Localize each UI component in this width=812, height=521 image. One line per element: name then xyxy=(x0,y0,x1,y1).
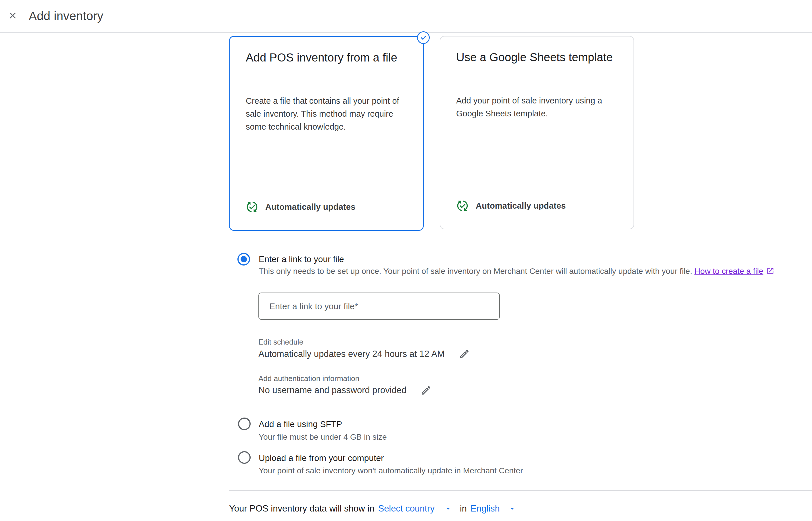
auto-update-row: Automatically updates xyxy=(456,199,566,212)
radio-upload-label[interactable]: Upload a file from your computer xyxy=(259,453,384,463)
country-selector-label[interactable]: Select country xyxy=(378,502,434,515)
language-selector-label[interactable]: English xyxy=(471,502,500,515)
close-icon xyxy=(8,10,18,20)
radio-sftp-label[interactable]: Add a file using SFTP xyxy=(259,419,342,429)
card-description: Create a file that contains all your poi… xyxy=(246,94,407,133)
card-description: Add your point of sale inventory using a… xyxy=(456,94,618,120)
schedule-row: Automatically updates every 24 hours at … xyxy=(258,348,470,360)
check-icon xyxy=(419,33,428,42)
enter-link-description-text: This only needs to be set up once. Your … xyxy=(259,267,692,276)
add-inventory-dialog: Add inventory Add POS inventory from a f… xyxy=(0,0,812,521)
enter-link-description: This only needs to be set up once. Your … xyxy=(259,266,774,277)
schedule-value: Automatically updates every 24 hours at … xyxy=(258,348,445,360)
upload-description: Your point of sale inventory won't autom… xyxy=(259,466,523,476)
footer-show-row: Your POS inventory data will show in Sel… xyxy=(229,502,517,515)
auto-update-sync-icon xyxy=(246,201,258,213)
language-selector[interactable]: English xyxy=(471,502,517,515)
card-google-sheets-template[interactable]: Use a Google Sheets template Add your po… xyxy=(440,36,634,229)
edit-auth-pencil-icon[interactable] xyxy=(420,385,432,396)
radio-dot xyxy=(241,256,247,263)
country-selector[interactable]: Select country xyxy=(378,502,452,515)
radio-sftp[interactable] xyxy=(238,417,251,430)
edit-schedule-label: Edit schedule xyxy=(258,337,303,346)
how-to-create-file-link[interactable]: How to create a file xyxy=(695,267,763,276)
auth-row: No username and password provided xyxy=(258,385,432,396)
footer-prefix-text: Your POS inventory data will show in xyxy=(229,502,374,515)
dropdown-arrow-icon xyxy=(508,504,517,513)
page-title: Add inventory xyxy=(29,0,103,32)
radio-enter-link-label[interactable]: Enter a link to your file xyxy=(259,254,344,264)
auth-info-label: Add authentication information xyxy=(258,374,359,383)
radio-upload[interactable] xyxy=(238,451,251,464)
auto-update-label: Automatically updates xyxy=(476,201,566,211)
auto-update-row: Automatically updates xyxy=(246,201,356,213)
sftp-description: Your file must be under 4 GB in size xyxy=(259,432,387,442)
auto-update-sync-icon xyxy=(456,199,469,212)
card-pos-inventory-from-file[interactable]: Add POS inventory from a file Create a f… xyxy=(229,36,424,231)
auto-update-label: Automatically updates xyxy=(265,202,356,212)
card-title: Use a Google Sheets template xyxy=(456,50,618,64)
dialog-header: Add inventory xyxy=(0,0,812,33)
edit-schedule-pencil-icon[interactable] xyxy=(458,348,470,360)
close-button[interactable] xyxy=(5,8,20,23)
footer-middle-text: in xyxy=(460,502,467,515)
dropdown-arrow-icon xyxy=(444,504,452,513)
card-selected-badge xyxy=(417,31,430,44)
footer-divider xyxy=(229,490,812,491)
auth-value: No username and password provided xyxy=(258,385,406,396)
file-link-input[interactable] xyxy=(258,293,500,320)
radio-enter-link[interactable] xyxy=(238,253,250,266)
card-title: Add POS inventory from a file xyxy=(246,50,407,65)
external-link-icon[interactable] xyxy=(766,267,774,275)
